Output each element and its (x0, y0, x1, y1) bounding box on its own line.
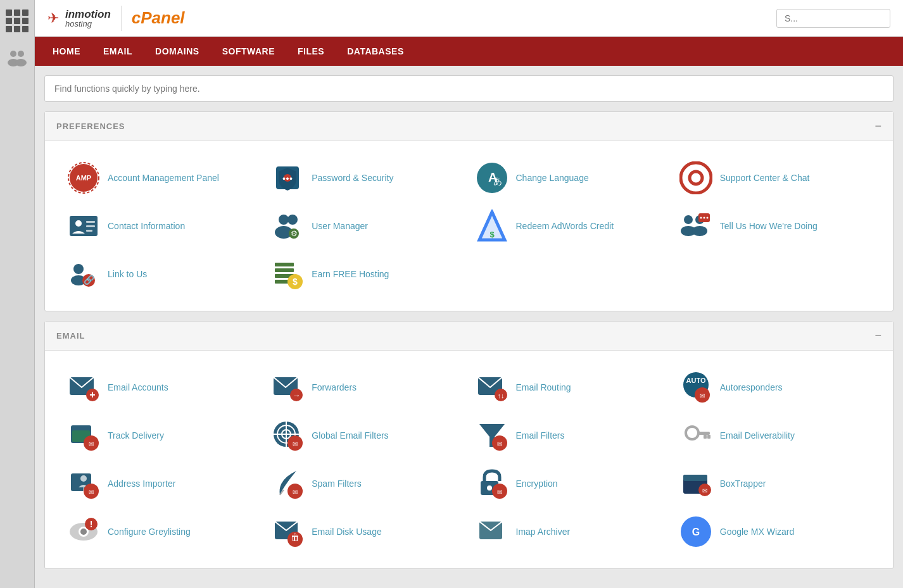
nav-domains[interactable]: DOMAINS (144, 37, 211, 66)
svg-text:→: → (293, 391, 301, 400)
item-amp[interactable]: AMP Account Management Panel (61, 154, 265, 202)
global-filters-icon: ✉ (271, 419, 304, 452)
nav-email[interactable]: EMAIL (92, 37, 144, 66)
encryption-label: Encryption (516, 478, 558, 489)
cpanel-logo: cPanel (132, 8, 185, 28)
svg-point-20 (279, 215, 289, 225)
grid-icon[interactable] (6, 9, 28, 32)
item-adwords[interactable]: $ Redeem AdWords Credit (469, 202, 673, 250)
svg-text:$: $ (489, 230, 495, 239)
global-filters-label: Global Email Filters (312, 430, 388, 441)
item-boxtrapper[interactable]: ✉ BoxTrapper (673, 460, 877, 508)
search-input[interactable] (45, 76, 893, 101)
svg-point-3 (15, 59, 27, 66)
svg-point-34 (703, 217, 705, 219)
item-autoresponders[interactable]: AUTO ✉ Autoresponders (673, 363, 877, 411)
svg-point-86 (487, 485, 492, 491)
item-user-manager[interactable]: ⚙ User Manager (265, 202, 469, 250)
item-imap-archiver[interactable]: Imap Archiver (469, 508, 673, 556)
svg-point-1 (18, 51, 24, 57)
email-header: EMAIL − (45, 322, 893, 351)
logo-divider (121, 6, 122, 31)
item-google-mx[interactable]: G Google MX Wizard (673, 508, 877, 556)
email-routing-icon: ↑↓ (476, 371, 508, 404)
svg-text:+: + (89, 389, 95, 400)
feedback-icon (679, 210, 712, 242)
item-spam-filters[interactable]: ✉ Spam Filters (265, 460, 469, 508)
item-email-deliverability[interactable]: Email Deliverability (673, 411, 877, 460)
item-email-filters[interactable]: ✉ Email Filters (469, 411, 673, 460)
svg-text:●●●: ●●● (282, 175, 293, 182)
item-contact[interactable]: Contact Information (61, 202, 265, 250)
item-email-routing[interactable]: ↑↓ Email Routing (469, 363, 673, 411)
item-earn[interactable]: $ Earn FREE Hosting (265, 250, 469, 298)
item-global-filters[interactable]: ✉ Global Email Filters (265, 411, 469, 460)
svg-text:AUTO: AUTO (686, 377, 705, 384)
svg-point-79 (80, 475, 87, 482)
google-mx-icon: G (679, 515, 712, 548)
item-change-language[interactable]: A あ Change Language (469, 154, 673, 202)
earn-icon: $ (271, 258, 304, 291)
item-support[interactable]: Support Center & Chat (673, 154, 877, 202)
nav-software[interactable]: SOFTWARE (211, 37, 286, 66)
preferences-header: PREFERENCES − (45, 112, 893, 141)
password-security-label: Password & Security (312, 172, 393, 184)
logo-arrow: ✈ (47, 10, 59, 27)
encryption-icon: ✉ (476, 467, 508, 500)
disk-usage-label: Email Disk Usage (312, 526, 381, 537)
imap-archiver-label: Imap Archiver (516, 526, 571, 537)
brand-main: inmotion (65, 9, 111, 20)
autoresponders-icon: AUTO ✉ (679, 371, 712, 404)
link-icon: 🔗 (67, 258, 100, 291)
svg-point-33 (700, 217, 702, 219)
item-track-delivery[interactable]: ✉ Track Delivery (61, 411, 265, 460)
svg-rect-17 (86, 221, 95, 223)
svg-text:あ: あ (493, 176, 502, 186)
preferences-section: PREFERENCES − AMP Account Management Pan… (44, 111, 894, 311)
email-accounts-label: Email Accounts (108, 382, 168, 393)
email-filters-label: Email Filters (516, 430, 565, 441)
svg-rect-41 (275, 268, 294, 272)
svg-point-35 (706, 217, 708, 219)
item-encryption[interactable]: ✉ Encryption (469, 460, 673, 508)
svg-rect-77 (707, 435, 710, 439)
item-address-importer[interactable]: ↓ ✉ Address Importer (61, 460, 265, 508)
google-mx-label: Google MX Wizard (720, 526, 794, 537)
boxtrapper-label: BoxTrapper (720, 478, 766, 489)
item-forwarders[interactable]: → Forwarders (265, 363, 469, 411)
svg-text:G: G (692, 527, 700, 537)
content-area: PREFERENCES − AMP Account Management Pan… (35, 66, 903, 588)
users-icon[interactable] (7, 49, 27, 71)
email-deliverability-icon (679, 419, 712, 452)
svg-rect-19 (86, 230, 92, 232)
address-importer-icon: ↓ ✉ (67, 467, 100, 500)
spam-filters-icon: ✉ (271, 467, 304, 500)
svg-text:✉: ✉ (89, 441, 94, 447)
item-link[interactable]: 🔗 Link to Us (61, 250, 265, 298)
email-deliverability-label: Email Deliverability (720, 430, 795, 441)
svg-text:⚙: ⚙ (291, 229, 298, 238)
item-feedback[interactable]: Tell Us How We're Doing (673, 202, 877, 250)
nav-home[interactable]: HOME (41, 37, 92, 66)
email-toggle[interactable]: − (875, 329, 881, 342)
preferences-title: PREFERENCES (56, 122, 125, 131)
email-filters-icon: ✉ (476, 419, 508, 452)
track-delivery-icon: ✉ (67, 419, 100, 452)
svg-text:✉: ✉ (497, 441, 502, 447)
adwords-icon: $ (476, 210, 508, 242)
item-password-security[interactable]: ●●● Password & Security (265, 154, 469, 202)
forwarders-icon: → (271, 371, 304, 404)
item-greylisting[interactable]: ! Configure Greylisting (61, 508, 265, 556)
svg-text:$: $ (293, 277, 298, 287)
svg-point-74 (686, 427, 698, 439)
topbar-search[interactable] (776, 9, 890, 28)
nav-files[interactable]: FILES (286, 37, 336, 66)
svg-point-13 (681, 163, 711, 193)
item-disk-usage[interactable]: 🗑 Email Disk Usage (265, 508, 469, 556)
nav-databases[interactable]: DATABASES (336, 37, 415, 66)
svg-point-36 (73, 264, 84, 274)
item-email-accounts[interactable]: + Email Accounts (61, 363, 265, 411)
user-manager-label: User Manager (312, 220, 368, 232)
email-title: EMAIL (56, 331, 85, 341)
preferences-toggle[interactable]: − (875, 120, 881, 133)
